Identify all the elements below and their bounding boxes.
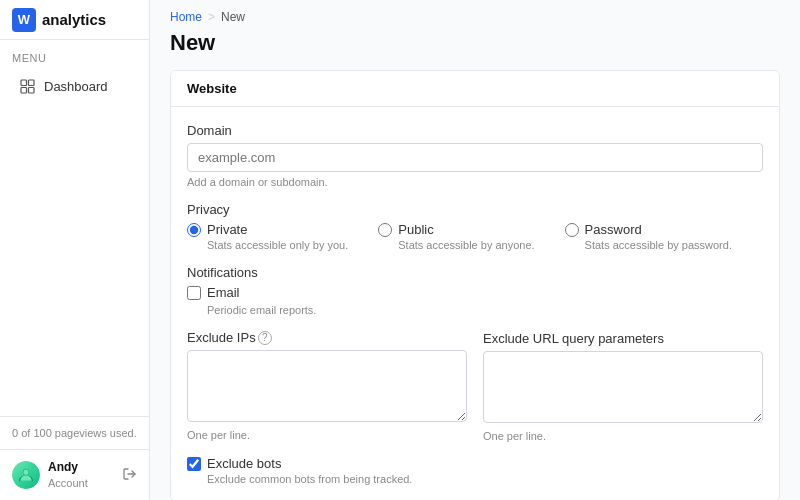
email-label[interactable]: Email [207,285,240,300]
svg-rect-2 [21,87,27,93]
svg-rect-3 [28,87,34,93]
exclude-bots-row: Exclude bots [187,456,763,471]
privacy-public: Public Stats accessible by anyone. [378,222,534,251]
main-content: Home > New New Website Domain Add a doma… [150,0,800,500]
privacy-password-label[interactable]: Password [585,222,642,237]
privacy-password-radio[interactable] [565,223,579,237]
sidebar-user: Andy Account [0,449,149,500]
logo-icon: W [12,8,36,32]
sidebar-logo: W analytics [0,0,149,40]
exclude-url-textarea[interactable] [483,351,763,423]
svg-rect-0 [21,80,27,86]
form-card-title: Website [171,71,779,107]
privacy-public-hint: Stats accessible by anyone. [398,239,534,251]
email-row: Email [187,285,763,300]
svg-rect-1 [28,80,34,86]
privacy-public-radio[interactable] [378,223,392,237]
email-checkbox[interactable] [187,286,201,300]
sidebar: W analytics MENU Dashboard 0 of 100 page… [0,0,150,500]
notifications-label: Notifications [187,265,763,280]
exclude-bots-checkbox[interactable] [187,457,201,471]
exclude-ips-info-icon[interactable]: ? [258,331,272,345]
email-hint: Periodic email reports. [207,304,763,316]
exclude-url-hint: One per line. [483,430,763,442]
page-title: New [150,28,800,70]
breadcrumb-current: New [221,10,245,24]
privacy-options: Private Stats accessible only by you. Pu… [187,222,763,251]
exclude-ips-label: Exclude IPs [187,330,256,345]
breadcrumb-home[interactable]: Home [170,10,202,24]
user-name: Andy [48,460,123,476]
sidebar-item-dashboard-label: Dashboard [44,79,108,94]
privacy-password: Password Stats accessible by password. [565,222,732,251]
app-name: analytics [42,11,106,28]
sidebar-item-dashboard[interactable]: Dashboard [6,70,143,102]
exclude-bots-group: Exclude bots Exclude common bots from be… [187,456,763,485]
privacy-label: Privacy [187,202,763,217]
domain-group: Domain Add a domain or subdomain. [187,123,763,188]
form-card-body: Domain Add a domain or subdomain. Privac… [171,107,779,500]
domain-hint: Add a domain or subdomain. [187,176,763,188]
exclude-ips-textarea[interactable] [187,350,467,422]
breadcrumb-separator: > [208,10,215,24]
exclude-url-group: Exclude URL query parameters One per lin… [483,330,763,442]
user-role: Account [48,476,123,490]
menu-label: MENU [0,40,149,70]
avatar [12,461,40,489]
domain-label: Domain [187,123,763,138]
exclude-ips-group: Exclude IPs ? One per line. [187,330,467,442]
sidebar-nav: Dashboard [0,70,149,102]
privacy-private: Private Stats accessible only by you. [187,222,348,251]
svg-point-5 [23,470,28,475]
exclude-ips-hint: One per line. [187,429,467,441]
privacy-group: Privacy Private Stats accessible only by… [187,202,763,251]
form-card: Website Domain Add a domain or subdomain… [170,70,780,500]
domain-input[interactable] [187,143,763,172]
privacy-private-label[interactable]: Private [207,222,247,237]
exclude-bots-label[interactable]: Exclude bots [207,456,281,471]
exclude-url-label: Exclude URL query parameters [483,331,664,346]
breadcrumb: Home > New [150,0,800,28]
notifications-group: Notifications Email Periodic email repor… [187,265,763,316]
exclude-bots-hint: Exclude common bots from being tracked. [207,473,763,485]
privacy-private-radio[interactable] [187,223,201,237]
privacy-private-hint: Stats accessible only by you. [207,239,348,251]
exclude-cols: Exclude IPs ? One per line. Exclude URL … [187,330,763,442]
dashboard-icon [18,77,36,95]
privacy-password-hint: Stats accessible by password. [585,239,732,251]
privacy-public-label[interactable]: Public [398,222,433,237]
user-info: Andy Account [48,460,123,490]
sidebar-usage: 0 of 100 pageviews used. [0,416,149,449]
logout-icon[interactable] [123,467,137,484]
